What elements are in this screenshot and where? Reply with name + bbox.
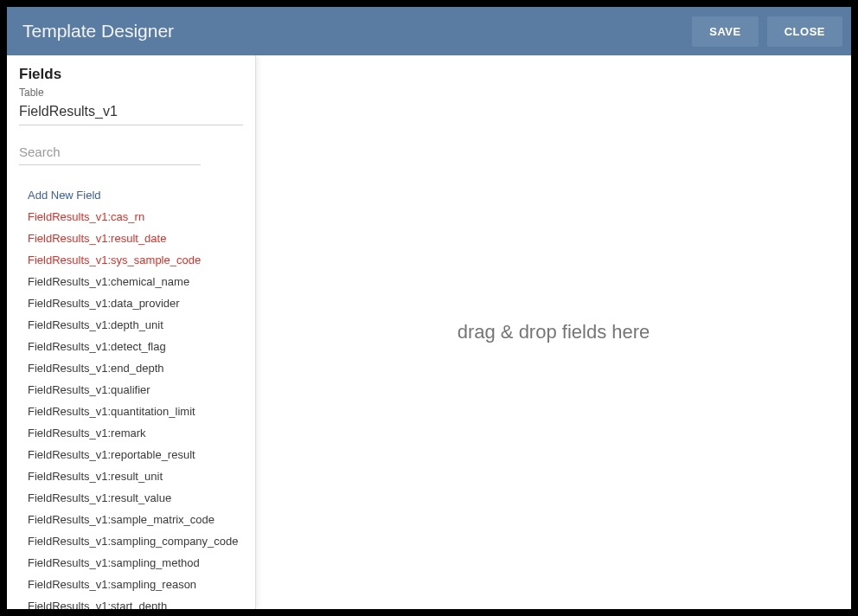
field-item[interactable]: FieldResults_v1:result_value (28, 487, 243, 509)
field-item[interactable]: FieldResults_v1:sample_matrix_code (28, 509, 243, 530)
field-item[interactable]: FieldResults_v1:sampling_company_code (28, 530, 243, 552)
field-item[interactable]: FieldResults_v1:qualifier (28, 379, 243, 401)
drop-zone-placeholder: drag & drop fields here (458, 321, 650, 343)
field-item[interactable]: FieldResults_v1:detect_flag (28, 336, 243, 357)
field-item-required[interactable]: FieldResults_v1:result_date (28, 228, 243, 249)
drop-zone[interactable]: drag & drop fields here (256, 55, 851, 609)
template-designer-window: Template Designer SAVE CLOSE Fields Tabl… (7, 7, 851, 609)
field-item[interactable]: FieldResults_v1:remark (28, 422, 243, 444)
window-title: Template Designer (22, 21, 683, 42)
titlebar: Template Designer SAVE CLOSE (7, 7, 851, 55)
fields-sidebar: Fields Table Add New Field FieldResults_… (7, 55, 256, 609)
save-button[interactable]: SAVE (692, 16, 758, 47)
fields-heading: Fields (19, 66, 243, 83)
field-item[interactable]: FieldResults_v1:chemical_name (28, 271, 243, 292)
field-item[interactable]: FieldResults_v1:end_depth (28, 357, 243, 379)
field-item-required[interactable]: FieldResults_v1:cas_rn (28, 206, 243, 228)
field-item[interactable]: FieldResults_v1:reportable_result (28, 444, 243, 465)
field-item[interactable]: FieldResults_v1:quantitation_limit (28, 401, 243, 422)
field-item-required[interactable]: FieldResults_v1:sys_sample_code (28, 249, 243, 271)
table-label: Table (19, 87, 243, 99)
field-item[interactable]: FieldResults_v1:depth_unit (28, 314, 243, 336)
field-item[interactable]: FieldResults_v1:data_provider (28, 292, 243, 314)
field-item[interactable]: FieldResults_v1:start_depth (28, 595, 243, 609)
add-new-field[interactable]: Add New Field (28, 184, 243, 206)
search-input[interactable] (19, 141, 201, 165)
sidebar-scroll[interactable]: Fields Table Add New Field FieldResults_… (7, 55, 255, 609)
field-item[interactable]: FieldResults_v1:result_unit (28, 465, 243, 487)
field-item[interactable]: FieldResults_v1:sampling_method (28, 552, 243, 574)
field-item[interactable]: FieldResults_v1:sampling_reason (28, 574, 243, 595)
close-button[interactable]: CLOSE (767, 16, 842, 47)
body: Fields Table Add New Field FieldResults_… (7, 55, 851, 609)
table-select-input[interactable] (19, 99, 243, 125)
field-list: Add New Field FieldResults_v1:cas_rnFiel… (19, 184, 243, 609)
